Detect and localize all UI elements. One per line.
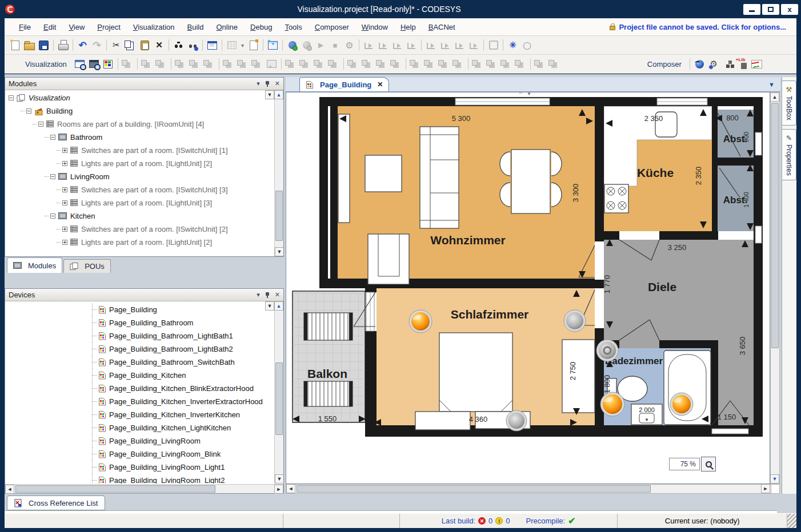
zoom-tool-button[interactable] xyxy=(701,457,716,471)
csphere-icon[interactable] xyxy=(693,57,706,71)
play-icon[interactable] xyxy=(314,38,327,52)
panel-close-icon[interactable]: ✕ xyxy=(275,80,280,87)
devices-hscrollbar[interactable]: ◄ ► xyxy=(5,484,283,493)
vis1-icon[interactable] xyxy=(73,57,86,71)
wrench-icon[interactable] xyxy=(343,38,356,52)
readonly-alert[interactable]: Project file cannot be saved. Click for … xyxy=(610,23,786,31)
gray-icon[interactable] xyxy=(471,57,484,71)
module-tree-item[interactable]: +Lights are part of a room. [ILightUnit]… xyxy=(5,196,283,209)
module-tree-item[interactable]: −Bathroom xyxy=(5,131,283,144)
redo-icon[interactable] xyxy=(90,38,103,52)
del-icon[interactable] xyxy=(153,38,166,52)
grayimg-icon[interactable] xyxy=(265,57,278,71)
gray-icon[interactable] xyxy=(375,57,389,71)
module-tree-item[interactable]: +Switches are part of a room. [ISwitchUn… xyxy=(5,183,283,196)
menu-help[interactable]: Help xyxy=(394,23,422,31)
visualization-canvas[interactable]: ^ ▾ xyxy=(286,92,770,484)
expander-icon[interactable]: + xyxy=(62,187,67,192)
login-icon[interactable] xyxy=(286,38,299,52)
close-button[interactable]: x xyxy=(781,4,798,15)
tab-properties[interactable]: ✎ Properties xyxy=(782,129,796,181)
save-icon[interactable] xyxy=(37,38,50,52)
expander-icon[interactable]: − xyxy=(9,95,14,100)
menu-project[interactable]: Project xyxy=(91,23,126,31)
gray-icon[interactable] xyxy=(251,57,264,71)
menu-visualization[interactable]: Visualization xyxy=(127,23,181,31)
device-item[interactable]: Page_Building_Kitchen xyxy=(5,369,283,382)
gray-icon[interactable] xyxy=(347,57,360,71)
menu-debug[interactable]: Debug xyxy=(244,23,278,31)
expander-icon[interactable]: + xyxy=(62,161,67,166)
device-item[interactable]: Page_Building_Bathroom_LightBath2 xyxy=(5,342,283,356)
gray-icon[interactable] xyxy=(361,57,374,71)
paste-icon[interactable] xyxy=(138,38,151,52)
expander-icon[interactable]: − xyxy=(26,108,31,114)
logingray-icon[interactable] xyxy=(300,38,313,52)
tab-list-dropdown-icon[interactable]: ▼ xyxy=(768,81,775,88)
canvas-vscroll-thumb[interactable] xyxy=(771,103,779,348)
module-tree-item[interactable]: +Lights are part of a room. [ILightUnit]… xyxy=(5,236,283,249)
find-icon[interactable] xyxy=(172,38,185,52)
gstep-icon[interactable] xyxy=(453,38,466,52)
device-item[interactable]: Page_Building_LivingRoom xyxy=(5,434,283,448)
gray-icon[interactable] xyxy=(423,57,436,71)
lamp-badezimmer-off[interactable] xyxy=(596,340,618,361)
modules-vscroll-thumb[interactable] xyxy=(275,191,283,241)
gray-icon[interactable] xyxy=(452,57,465,71)
gstep-icon[interactable] xyxy=(424,38,438,52)
device-item[interactable]: Page_Building_Kitchen_InverterKitchen xyxy=(5,408,283,421)
stop-icon[interactable] xyxy=(329,38,342,52)
undo-icon[interactable] xyxy=(76,38,89,52)
dd-icon[interactable] xyxy=(239,38,246,52)
cchart-icon[interactable] xyxy=(750,57,763,71)
gray-icon[interactable] xyxy=(299,57,312,71)
gstep-icon[interactable] xyxy=(362,38,375,52)
replace-icon[interactable] xyxy=(186,38,199,52)
gray-icon[interactable] xyxy=(514,57,527,71)
tab-close-icon[interactable]: ✕ xyxy=(377,80,383,88)
device-item[interactable]: Page_Building_Bathroom_SwitchBath xyxy=(5,356,283,369)
cgear-icon[interactable] xyxy=(707,57,720,71)
panel-menu-icon[interactable]: ▾ xyxy=(257,291,260,299)
open-icon[interactable] xyxy=(23,38,36,52)
menu-file[interactable]: File xyxy=(13,23,37,31)
lamp-schlafzimmer-off[interactable] xyxy=(564,310,586,332)
new-icon[interactable] xyxy=(9,38,22,52)
expander-icon[interactable]: − xyxy=(50,174,55,179)
lamp-badezimmer-on-1[interactable] xyxy=(600,392,624,416)
tab-pous[interactable]: POUs xyxy=(63,259,111,273)
grid-icon[interactable] xyxy=(225,38,238,52)
panel-menu-icon[interactable]: ▾ xyxy=(257,80,260,87)
pin-icon[interactable] xyxy=(265,81,270,87)
gstep-icon[interactable] xyxy=(405,38,418,52)
expander-icon[interactable]: + xyxy=(62,240,67,245)
vis2-icon[interactable] xyxy=(87,57,101,71)
module-tree-item[interactable]: −LivingRoom xyxy=(5,170,283,183)
device-item[interactable]: Page_Building_Bathroom xyxy=(5,316,283,329)
gray-icon[interactable] xyxy=(409,57,422,71)
gray-icon[interactable] xyxy=(222,57,235,71)
menu-edit[interactable]: Edit xyxy=(37,23,62,31)
gray-icon[interactable] xyxy=(141,57,154,71)
resetcold-icon[interactable] xyxy=(520,38,534,52)
device-item[interactable]: Page_Building_LivingRoom_Light1 xyxy=(5,461,283,474)
modules-scroll-combo[interactable]: ▼▲ xyxy=(265,90,283,99)
module-tree-item[interactable]: +Switches are part of a room. [ISwitchUn… xyxy=(5,144,283,157)
minimize-button[interactable] xyxy=(743,4,760,15)
modules-panel-header[interactable]: Modules ▾ ✕ xyxy=(5,78,283,90)
device-item[interactable]: Page_Building_Kitchen_LightKitchen xyxy=(5,421,283,434)
maximize-button[interactable] xyxy=(762,4,779,15)
reset-icon[interactable] xyxy=(506,38,519,52)
expander-icon[interactable]: + xyxy=(62,227,67,232)
devices-vscrollbar[interactable]: ▼ xyxy=(274,311,283,483)
canvas-hscroll-thumb[interactable] xyxy=(297,485,651,493)
menu-bacnet[interactable]: BACNet xyxy=(422,23,462,31)
device-item[interactable]: Page_Building_Kitchen_BlinkExtractorHood xyxy=(5,382,283,395)
lamp-bed-off[interactable] xyxy=(506,410,527,431)
menu-view[interactable]: View xyxy=(62,23,91,31)
pin-icon[interactable] xyxy=(265,292,270,298)
menu-composer[interactable]: Composer xyxy=(309,23,355,31)
tab-toolbox[interactable]: ⚒ ToolBox xyxy=(782,80,796,126)
menu-online[interactable]: Online xyxy=(210,23,244,31)
module-tree-item[interactable]: −Kitchen xyxy=(5,209,283,223)
